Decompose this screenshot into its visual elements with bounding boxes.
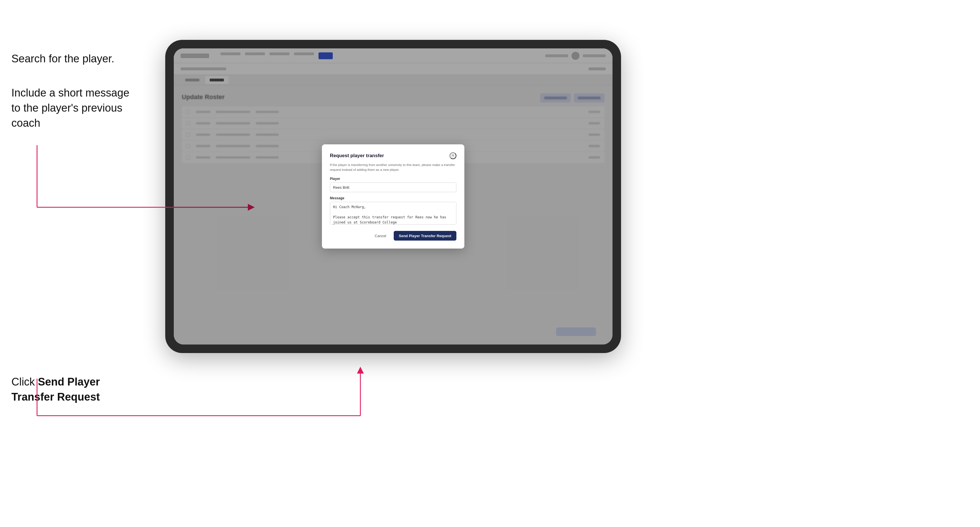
modal-header: Request player transfer ×: [330, 152, 457, 159]
player-label: Player: [330, 177, 457, 181]
request-transfer-modal: Request player transfer × If the player …: [322, 144, 465, 249]
modal-footer: Cancel Send Player Transfer Request: [330, 231, 457, 241]
annotation-message-text: Include a short messageto the player's p…: [11, 86, 148, 131]
message-textarea[interactable]: Hi Coach McHarg, Please accept this tran…: [330, 202, 457, 225]
send-transfer-button[interactable]: Send Player Transfer Request: [394, 231, 457, 241]
svg-marker-6: [357, 367, 364, 373]
modal-title: Request player transfer: [330, 153, 384, 159]
annotation-click-text: Click Send PlayerTransfer Request: [11, 375, 148, 405]
tablet-screen: Update Roster: [174, 48, 612, 344]
annotation-search-text: Search for the player.: [11, 51, 114, 66]
message-label: Message: [330, 196, 457, 200]
cancel-button[interactable]: Cancel: [370, 231, 391, 241]
modal-description: If the player is transferring from anoth…: [330, 163, 457, 173]
player-input[interactable]: [330, 183, 457, 192]
tablet-device: Update Roster: [165, 40, 621, 353]
modal-overlay: Request player transfer × If the player …: [174, 48, 612, 344]
modal-close-button[interactable]: ×: [450, 152, 457, 159]
